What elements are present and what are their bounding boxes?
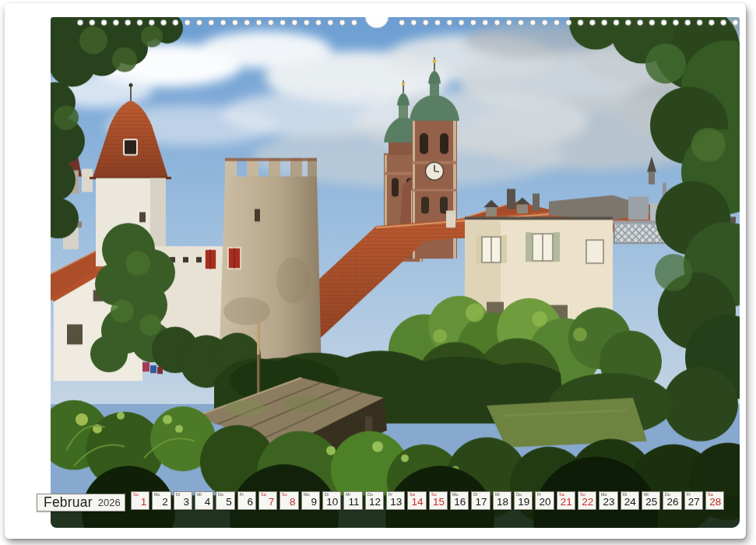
day-number: 23 bbox=[603, 496, 615, 508]
town-scene bbox=[51, 17, 740, 528]
day-cell-18: Mi18 bbox=[493, 491, 512, 510]
day-number: 8 bbox=[290, 496, 296, 508]
day-number: 12 bbox=[369, 496, 381, 508]
day-number: 18 bbox=[497, 496, 508, 508]
weekday-label: Mi bbox=[197, 492, 202, 497]
day-cell-15: So15 bbox=[429, 491, 448, 510]
photo bbox=[51, 17, 740, 528]
month-name: Februar bbox=[44, 494, 93, 511]
day-number: 5 bbox=[226, 496, 232, 508]
day-cell-23: Mo23 bbox=[599, 491, 617, 510]
calendar-page: Februar 2026 So1Mo2Di3Mi4Do5Fr6Sa7So8Mo9… bbox=[5, 3, 746, 539]
weekday-label: Fr bbox=[240, 492, 244, 497]
day-number: 1 bbox=[141, 496, 147, 508]
day-cell-9: Mo9 bbox=[301, 491, 320, 510]
day-number: 6 bbox=[247, 496, 253, 508]
weekday-label: Do bbox=[218, 492, 223, 497]
day-number: 16 bbox=[454, 496, 466, 508]
day-cell-10: Di10 bbox=[322, 491, 341, 510]
day-cell-21: Sa21 bbox=[557, 491, 575, 510]
day-number: 19 bbox=[518, 496, 529, 508]
day-number: 2 bbox=[162, 496, 168, 508]
day-number: 9 bbox=[311, 496, 317, 508]
day-number: 14 bbox=[412, 496, 424, 508]
day-number: 20 bbox=[540, 496, 551, 508]
day-number: 4 bbox=[205, 496, 211, 508]
day-number: 26 bbox=[667, 496, 679, 508]
day-cell-26: Do26 bbox=[663, 491, 681, 510]
day-strip: So1Mo2Di3Mi4Do5Fr6Sa7So8Mo9Di10Mi11Do12F… bbox=[131, 491, 724, 510]
day-cell-19: Do19 bbox=[514, 491, 533, 510]
day-cell-7: Sa7 bbox=[258, 491, 277, 510]
day-cell-22: So22 bbox=[578, 491, 596, 510]
month-label-box: Februar 2026 bbox=[37, 494, 125, 512]
weekday-label: So bbox=[282, 492, 287, 497]
day-cell-6: Fr6 bbox=[237, 491, 256, 510]
day-number: 11 bbox=[349, 496, 360, 508]
day-cell-11: Mi11 bbox=[343, 491, 362, 510]
day-number: 15 bbox=[433, 496, 445, 508]
day-cell-1: So1 bbox=[131, 491, 149, 510]
weekday-label: Di bbox=[176, 492, 180, 497]
day-cell-5: Do5 bbox=[216, 491, 234, 510]
day-number: 28 bbox=[709, 496, 721, 508]
year-label: 2026 bbox=[98, 497, 121, 508]
weekday-label: Mo bbox=[304, 492, 310, 497]
day-number: 13 bbox=[390, 496, 402, 508]
weekday-label: Mo bbox=[154, 492, 160, 497]
day-cell-16: Mo16 bbox=[450, 491, 469, 510]
day-number: 10 bbox=[326, 496, 338, 508]
day-number: 7 bbox=[269, 496, 275, 508]
day-cell-24: Di24 bbox=[621, 491, 639, 510]
day-cell-12: Do12 bbox=[365, 491, 384, 510]
day-cell-3: Di3 bbox=[174, 491, 192, 510]
day-number: 21 bbox=[561, 496, 572, 508]
day-cell-28: Sa28 bbox=[705, 491, 724, 510]
day-cell-27: Fr27 bbox=[684, 491, 703, 510]
day-number: 27 bbox=[688, 496, 700, 508]
day-cell-14: Sa14 bbox=[407, 491, 426, 510]
day-number: 25 bbox=[645, 496, 657, 508]
day-cell-20: Fr20 bbox=[535, 491, 554, 510]
day-cell-4: Mi4 bbox=[195, 491, 213, 510]
weekday-label: So bbox=[133, 492, 139, 497]
day-cell-17: Di17 bbox=[471, 491, 490, 510]
day-cell-8: So8 bbox=[280, 491, 298, 510]
day-number: 17 bbox=[476, 496, 487, 508]
day-cell-13: Fr13 bbox=[386, 491, 405, 510]
day-number: 22 bbox=[582, 496, 593, 508]
day-number: 24 bbox=[624, 496, 636, 508]
day-cell-2: Mo2 bbox=[152, 491, 171, 510]
day-number: 3 bbox=[183, 496, 189, 508]
weekday-label: Sa bbox=[261, 492, 266, 497]
day-cell-25: Mi25 bbox=[642, 491, 660, 510]
